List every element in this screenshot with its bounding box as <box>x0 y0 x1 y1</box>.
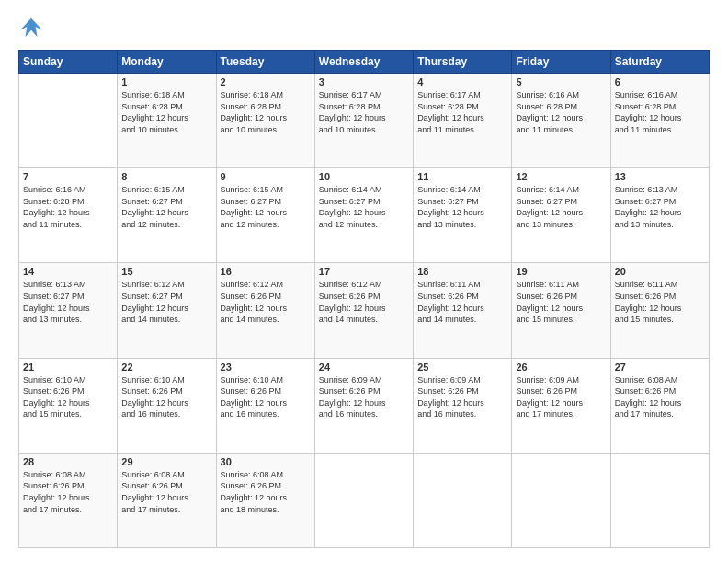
day-number: 22 <box>121 362 211 373</box>
day-number: 3 <box>319 76 409 87</box>
day-cell: 7Sunrise: 6:16 AM Sunset: 6:28 PM Daylig… <box>19 168 118 263</box>
day-info: Sunrise: 6:10 AM Sunset: 6:26 PM Dayligh… <box>221 374 311 420</box>
day-info: Sunrise: 6:14 AM Sunset: 6:27 PM Dayligh… <box>417 184 507 230</box>
day-header-saturday: Saturday <box>610 51 709 74</box>
day-cell <box>19 74 118 168</box>
day-number: 23 <box>221 362 311 373</box>
day-number: 14 <box>23 266 113 277</box>
day-info: Sunrise: 6:15 AM Sunset: 6:27 PM Dayligh… <box>221 184 311 230</box>
day-cell: 29Sunrise: 6:08 AM Sunset: 6:26 PM Dayli… <box>118 453 216 547</box>
day-cell: 4Sunrise: 6:17 AM Sunset: 6:28 PM Daylig… <box>414 74 512 168</box>
day-info: Sunrise: 6:12 AM Sunset: 6:26 PM Dayligh… <box>221 279 311 325</box>
day-cell <box>512 453 610 547</box>
day-cell: 30Sunrise: 6:08 AM Sunset: 6:26 PM Dayli… <box>216 453 314 547</box>
day-cell: 20Sunrise: 6:11 AM Sunset: 6:26 PM Dayli… <box>610 263 709 358</box>
day-number: 30 <box>221 456 311 467</box>
day-number: 17 <box>319 266 409 277</box>
day-number: 20 <box>615 266 705 277</box>
day-number: 29 <box>121 456 211 467</box>
day-number: 28 <box>23 456 113 467</box>
day-info: Sunrise: 6:13 AM Sunset: 6:27 PM Dayligh… <box>23 279 113 325</box>
day-header-wednesday: Wednesday <box>314 51 413 74</box>
day-cell: 21Sunrise: 6:10 AM Sunset: 6:26 PM Dayli… <box>19 358 118 453</box>
day-cell: 24Sunrise: 6:09 AM Sunset: 6:26 PM Dayli… <box>314 358 413 453</box>
calendar-header: SundayMondayTuesdayWednesdayThursdayFrid… <box>19 51 710 74</box>
day-cell: 11Sunrise: 6:14 AM Sunset: 6:27 PM Dayli… <box>414 168 512 263</box>
day-info: Sunrise: 6:17 AM Sunset: 6:28 PM Dayligh… <box>319 89 409 135</box>
day-info: Sunrise: 6:08 AM Sunset: 6:26 PM Dayligh… <box>615 374 705 420</box>
day-cell: 10Sunrise: 6:14 AM Sunset: 6:27 PM Dayli… <box>314 168 413 263</box>
day-cell: 3Sunrise: 6:17 AM Sunset: 6:28 PM Daylig… <box>314 74 413 168</box>
day-number: 5 <box>516 76 606 87</box>
day-cell: 18Sunrise: 6:11 AM Sunset: 6:26 PM Dayli… <box>414 263 512 358</box>
day-cell <box>414 453 512 547</box>
day-header-thursday: Thursday <box>414 51 512 74</box>
day-cell: 25Sunrise: 6:09 AM Sunset: 6:26 PM Dayli… <box>414 358 512 453</box>
day-number: 18 <box>417 266 507 277</box>
day-cell: 19Sunrise: 6:11 AM Sunset: 6:26 PM Dayli… <box>512 263 610 358</box>
day-info: Sunrise: 6:08 AM Sunset: 6:26 PM Dayligh… <box>221 469 311 515</box>
week-row: 7Sunrise: 6:16 AM Sunset: 6:28 PM Daylig… <box>19 168 710 263</box>
day-info: Sunrise: 6:15 AM Sunset: 6:27 PM Dayligh… <box>121 184 211 230</box>
day-info: Sunrise: 6:09 AM Sunset: 6:26 PM Dayligh… <box>319 374 409 420</box>
day-number: 1 <box>121 76 211 87</box>
day-info: Sunrise: 6:11 AM Sunset: 6:26 PM Dayligh… <box>516 279 606 325</box>
day-info: Sunrise: 6:08 AM Sunset: 6:26 PM Dayligh… <box>121 469 211 515</box>
svg-marker-0 <box>20 18 42 38</box>
day-cell <box>314 453 413 547</box>
logo <box>18 15 48 40</box>
week-row: 28Sunrise: 6:08 AM Sunset: 6:26 PM Dayli… <box>19 453 710 547</box>
day-header-friday: Friday <box>512 51 610 74</box>
day-number: 21 <box>23 362 113 373</box>
page: SundayMondayTuesdayWednesdayThursdayFrid… <box>0 0 728 563</box>
day-number: 4 <box>417 76 507 87</box>
day-number: 24 <box>319 362 409 373</box>
day-number: 26 <box>516 362 606 373</box>
day-cell: 23Sunrise: 6:10 AM Sunset: 6:26 PM Dayli… <box>216 358 314 453</box>
week-row: 1Sunrise: 6:18 AM Sunset: 6:28 PM Daylig… <box>19 74 710 168</box>
day-number: 16 <box>221 266 311 277</box>
day-cell: 28Sunrise: 6:08 AM Sunset: 6:26 PM Dayli… <box>19 453 118 547</box>
day-cell: 9Sunrise: 6:15 AM Sunset: 6:27 PM Daylig… <box>216 168 314 263</box>
day-info: Sunrise: 6:11 AM Sunset: 6:26 PM Dayligh… <box>615 279 705 325</box>
day-cell: 27Sunrise: 6:08 AM Sunset: 6:26 PM Dayli… <box>610 358 709 453</box>
day-info: Sunrise: 6:14 AM Sunset: 6:27 PM Dayligh… <box>516 184 606 230</box>
day-cell: 17Sunrise: 6:12 AM Sunset: 6:26 PM Dayli… <box>314 263 413 358</box>
day-info: Sunrise: 6:16 AM Sunset: 6:28 PM Dayligh… <box>615 89 705 135</box>
day-cell: 8Sunrise: 6:15 AM Sunset: 6:27 PM Daylig… <box>118 168 216 263</box>
day-info: Sunrise: 6:08 AM Sunset: 6:26 PM Dayligh… <box>23 469 113 515</box>
day-info: Sunrise: 6:16 AM Sunset: 6:28 PM Dayligh… <box>516 89 606 135</box>
day-info: Sunrise: 6:09 AM Sunset: 6:26 PM Dayligh… <box>417 374 507 420</box>
day-info: Sunrise: 6:18 AM Sunset: 6:28 PM Dayligh… <box>221 89 311 135</box>
week-row: 21Sunrise: 6:10 AM Sunset: 6:26 PM Dayli… <box>19 358 710 453</box>
header-row: SundayMondayTuesdayWednesdayThursdayFrid… <box>19 51 710 74</box>
logo-icon <box>18 15 44 40</box>
day-number: 13 <box>615 171 705 182</box>
day-info: Sunrise: 6:12 AM Sunset: 6:26 PM Dayligh… <box>319 279 409 325</box>
day-cell: 22Sunrise: 6:10 AM Sunset: 6:26 PM Dayli… <box>118 358 216 453</box>
day-header-monday: Monday <box>118 51 216 74</box>
day-cell: 13Sunrise: 6:13 AM Sunset: 6:27 PM Dayli… <box>610 168 709 263</box>
day-number: 9 <box>221 171 311 182</box>
day-number: 7 <box>23 171 113 182</box>
calendar-table: SundayMondayTuesdayWednesdayThursdayFrid… <box>18 50 710 548</box>
day-cell <box>610 453 709 547</box>
day-info: Sunrise: 6:18 AM Sunset: 6:28 PM Dayligh… <box>121 89 211 135</box>
day-cell: 26Sunrise: 6:09 AM Sunset: 6:26 PM Dayli… <box>512 358 610 453</box>
day-info: Sunrise: 6:10 AM Sunset: 6:26 PM Dayligh… <box>121 374 211 420</box>
day-number: 11 <box>417 171 507 182</box>
day-info: Sunrise: 6:10 AM Sunset: 6:26 PM Dayligh… <box>23 374 113 420</box>
day-cell: 16Sunrise: 6:12 AM Sunset: 6:26 PM Dayli… <box>216 263 314 358</box>
day-info: Sunrise: 6:13 AM Sunset: 6:27 PM Dayligh… <box>615 184 705 230</box>
day-info: Sunrise: 6:11 AM Sunset: 6:26 PM Dayligh… <box>417 279 507 325</box>
day-info: Sunrise: 6:16 AM Sunset: 6:28 PM Dayligh… <box>23 184 113 230</box>
day-cell: 1Sunrise: 6:18 AM Sunset: 6:28 PM Daylig… <box>118 74 216 168</box>
day-cell: 15Sunrise: 6:12 AM Sunset: 6:27 PM Dayli… <box>118 263 216 358</box>
calendar-body: 1Sunrise: 6:18 AM Sunset: 6:28 PM Daylig… <box>19 74 710 548</box>
day-cell: 2Sunrise: 6:18 AM Sunset: 6:28 PM Daylig… <box>216 74 314 168</box>
day-header-tuesday: Tuesday <box>216 51 314 74</box>
day-number: 6 <box>615 76 705 87</box>
day-number: 15 <box>121 266 211 277</box>
header <box>18 15 710 40</box>
week-row: 14Sunrise: 6:13 AM Sunset: 6:27 PM Dayli… <box>19 263 710 358</box>
